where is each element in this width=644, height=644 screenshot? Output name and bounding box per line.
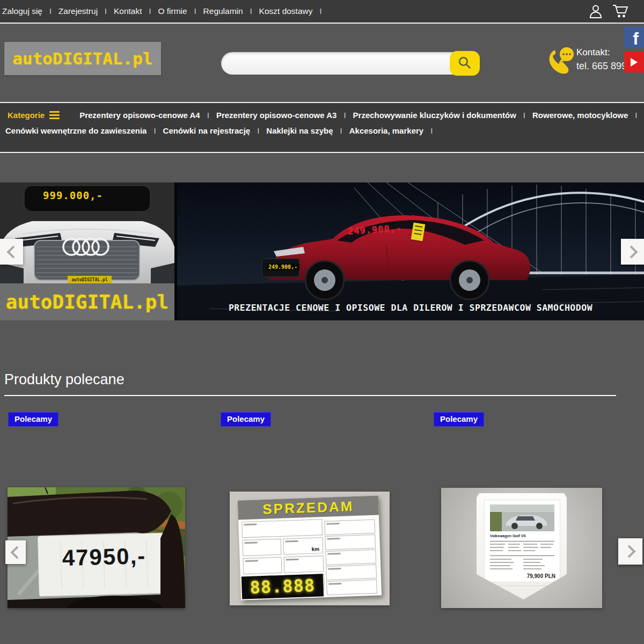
categories-label: Kategorie: [8, 111, 45, 120]
hero-slide-main[interactable]: 249.900,- 249.900,- PREZENTACJE CENOWE I…: [177, 182, 644, 320]
chevron-left-icon: [10, 546, 23, 559]
led-price-display: 88.888: [250, 575, 316, 598]
sheet-rule: [490, 541, 554, 541]
nav-item-prezentery-a4[interactable]: Prezentery opisowo-cenowe A4: [79, 111, 200, 120]
register-link[interactable]: Zarejestruj: [58, 6, 98, 16]
separator: I: [149, 7, 151, 16]
license-plate: autoDIGITAL.pl: [68, 276, 112, 284]
product-card-sprzedam-board[interactable]: SPRZEDAM km KM 88.888: [230, 492, 390, 605]
section-divider: [4, 395, 616, 396]
contact-link[interactable]: Kontakt: [114, 6, 142, 16]
plate-text: autoDIGITAL.pl: [71, 277, 107, 282]
search-icon: [458, 56, 472, 71]
recommended-badge: Polecamy: [8, 412, 58, 427]
nav-item-cenowki-wewnetrzne[interactable]: Cenówki wewnętrzne do zawieszenia: [5, 126, 147, 135]
separator: I: [635, 111, 637, 120]
facebook-icon[interactable]: f: [624, 27, 644, 48]
chevron-right-icon: [625, 245, 638, 258]
search-button[interactable]: [450, 51, 480, 76]
led-price-panel: 88.888: [241, 574, 324, 599]
recommended-badge: Polecamy: [221, 412, 271, 427]
hero-prev-button[interactable]: [0, 239, 23, 265]
hamburger-icon: [49, 111, 60, 119]
separator: I: [320, 7, 322, 16]
contact-phone: tel. 665 899: [576, 61, 627, 72]
board-body: km KM 88.888: [238, 515, 382, 600]
products-prev-button[interactable]: [5, 540, 26, 564]
separator: I: [194, 7, 196, 16]
km-unit-label: km: [311, 546, 319, 552]
sheet-price: 79,900 PLN: [490, 573, 555, 579]
search-bar: [221, 52, 479, 75]
categories-menu-button[interactable]: Kategorie: [8, 111, 60, 120]
sprzedam-board: SPRZEDAM km KM 88.888: [238, 495, 382, 600]
top-links: Zaloguj się I Zarejestruj I Kontakt I O …: [0, 6, 321, 16]
facebook-letter: f: [633, 30, 639, 48]
separator: I: [153, 126, 156, 135]
search-input[interactable]: [221, 52, 479, 75]
nav-item-prezentery-a3[interactable]: Prezentery opisowo-cenowe A3: [216, 111, 337, 120]
product-card-price-board[interactable]: 47950,-: [8, 487, 185, 608]
user-icon[interactable]: [589, 4, 603, 21]
sheet-rule: [490, 555, 554, 556]
products-next-button[interactable]: [618, 538, 642, 565]
strip-logo-text: autoDIGITAL.pl: [6, 291, 169, 313]
car-photo-thumbnail: [490, 504, 554, 531]
slide-logo-strip: autoDIGITAL.pl: [0, 283, 174, 320]
section-title: Produkty polecane: [4, 371, 125, 388]
top-bar: Zaloguj się I Zarejestruj I Kontakt I O …: [0, 0, 644, 24]
windshield-price-display: 999.000,-: [43, 189, 103, 201]
separator: I: [523, 111, 525, 120]
separator: I: [105, 7, 107, 16]
chevron-right-icon: [623, 545, 635, 558]
separator: I: [257, 126, 259, 135]
separator: I: [430, 126, 433, 135]
separator: I: [207, 111, 209, 120]
nav-item-rowerowe[interactable]: Rowerowe, motocyklowe: [532, 111, 628, 120]
hero-carousel: 999.000,- autoDIGITAL.pl autoDIGITAL.pl: [0, 182, 644, 320]
price-sheet: Volkswagen Golf VII 79,900 PLN: [484, 500, 560, 582]
main-navigation: Kategorie Prezentery opisowo-cenowe A4 I…: [0, 102, 644, 153]
hero-caption: PREZENTACJE CENOWE I OPISOWE DLA DILEROW…: [177, 303, 644, 313]
terms-link[interactable]: Regulamin: [203, 6, 243, 16]
site-logo[interactable]: autoDIGITAL.pl: [4, 42, 161, 75]
plastic-pouch: Volkswagen Golf VII 79,900 PLN: [477, 493, 567, 603]
separator: I: [343, 111, 346, 120]
product-card-pouch-presenter[interactable]: Volkswagen Golf VII 79,900 PLN: [441, 488, 602, 608]
product-price-display: 47950,-: [45, 543, 163, 572]
board-title: SPRZEDAM: [262, 498, 354, 518]
nav-item-akcesoria[interactable]: Akcesoria, markery: [349, 126, 423, 135]
hero-slide-left[interactable]: 999.000,- autoDIGITAL.pl autoDIGITAL.pl: [0, 182, 174, 320]
grille-price-display: 249.900,-: [266, 264, 299, 270]
recommended-badge: Polecamy: [434, 412, 484, 427]
separator: I: [340, 126, 342, 135]
phone-icon: [545, 45, 574, 78]
shipping-cost-link[interactable]: Koszt dostawy: [259, 6, 313, 16]
nav-item-przechowywanie[interactable]: Przechowywanie kluczyków i dokumentów: [353, 111, 516, 120]
chevron-left-icon: [6, 245, 19, 258]
about-link[interactable]: O firmie: [158, 6, 187, 16]
logo-text: autoDIGITAL.pl: [12, 49, 152, 68]
separator: I: [250, 7, 252, 16]
red-car-bridge-illustration: [177, 182, 644, 320]
nav-item-cenowki-rejestracja[interactable]: Cenówki na rejestrację: [163, 126, 251, 135]
nav-item-naklejki[interactable]: Naklejki na szybę: [266, 126, 333, 135]
sheet-title: Volkswagen Golf VII: [490, 534, 525, 538]
separator: I: [49, 7, 52, 16]
youtube-icon[interactable]: [624, 52, 644, 72]
login-link[interactable]: Zaloguj się: [2, 6, 42, 16]
hero-next-button[interactable]: [621, 239, 644, 265]
cart-icon[interactable]: [612, 4, 629, 21]
pouch-fold-line: [481, 586, 562, 586]
play-icon: [631, 58, 638, 67]
contact-label: Kontakt:: [576, 47, 610, 58]
